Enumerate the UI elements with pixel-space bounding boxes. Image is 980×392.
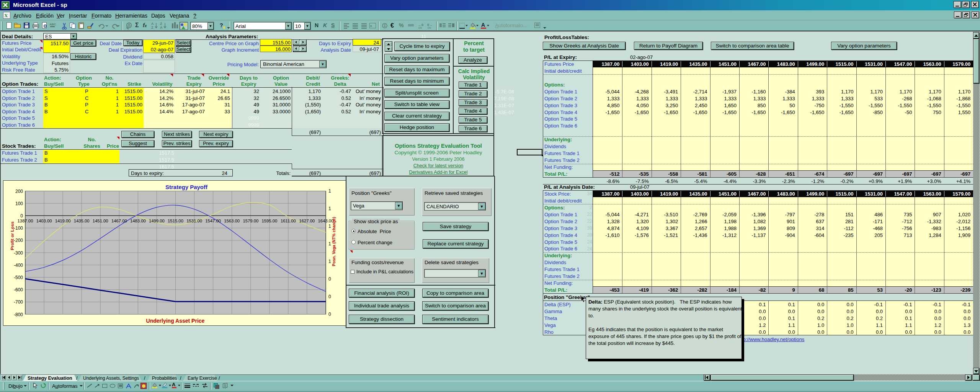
- svg-text:1611.00: 1611.00: [281, 219, 296, 223]
- svg-text:0: 0: [20, 213, 23, 219]
- svg-text:-700: -700: [14, 299, 23, 305]
- svg-text:1: 1: [328, 188, 331, 194]
- svg-text:1515.00: 1515.00: [168, 219, 183, 223]
- svg-text:1547.00: 1547.00: [205, 219, 221, 223]
- svg-text:1499.00: 1499.00: [149, 219, 165, 223]
- svg-text:-200: -200: [14, 238, 23, 243]
- svg-text:1435.00: 1435.00: [74, 219, 90, 223]
- svg-text:1387.00: 1387.00: [18, 219, 33, 223]
- svg-text:Posn. Vega (NT% change): Posn. Vega (NT% change): [332, 217, 336, 266]
- svg-text:-800: -800: [14, 312, 23, 317]
- svg-text:1: 1: [328, 241, 331, 247]
- svg-text:1: 1: [328, 224, 331, 229]
- svg-text:1483.00: 1483.00: [130, 219, 146, 223]
- svg-text:1531.00: 1531.00: [186, 219, 202, 223]
- svg-text:1595.00: 1595.00: [261, 219, 277, 223]
- svg-text:-400: -400: [14, 263, 23, 268]
- svg-text:1403.00: 1403.00: [36, 219, 52, 223]
- svg-text:-600: -600: [14, 287, 23, 292]
- svg-text:1467.00: 1467.00: [111, 219, 127, 223]
- svg-text:0: 0: [328, 276, 331, 282]
- svg-text:Profit or Loss: Profit or Loss: [10, 222, 15, 250]
- svg-text:1: 1: [328, 206, 331, 211]
- svg-text:-300: -300: [14, 250, 23, 256]
- svg-text:200: 200: [15, 189, 23, 194]
- svg-text:Strategy Payoff: Strategy Payoff: [165, 184, 208, 190]
- svg-text:0: 0: [328, 312, 331, 317]
- svg-text:100: 100: [15, 201, 23, 206]
- svg-text:1627.00: 1627.00: [299, 219, 315, 223]
- svg-text:-100: -100: [14, 225, 23, 231]
- svg-text:1419.00: 1419.00: [55, 219, 71, 223]
- svg-text:Underlying Asset Price: Underlying Asset Price: [146, 318, 205, 324]
- svg-text:1579.00: 1579.00: [243, 219, 258, 223]
- svg-text:1: 1: [328, 259, 331, 264]
- svg-text:0: 0: [328, 294, 331, 299]
- svg-text:-500: -500: [14, 275, 23, 280]
- svg-text:1451.00: 1451.00: [93, 219, 108, 223]
- svg-text:1563.00: 1563.00: [224, 219, 240, 223]
